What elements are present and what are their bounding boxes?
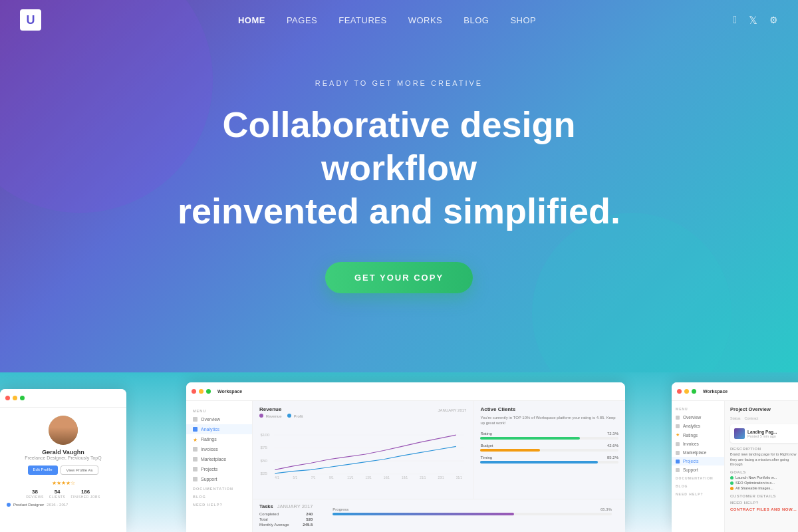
nav-home[interactable]: HOME bbox=[238, 15, 265, 25]
dot-green-3 bbox=[692, 389, 696, 394]
project-thumbnail bbox=[734, 428, 745, 439]
nav-shop[interactable]: SHOP bbox=[510, 15, 536, 25]
metric-timing-label: Timing 85.2% bbox=[480, 456, 618, 460]
svg-text:$100: $100 bbox=[261, 432, 270, 437]
project-sub: Posted 5 min ago bbox=[747, 434, 777, 438]
card2-sidebar: MENU Overview Analytics ★ Ratings Invoic… bbox=[186, 401, 253, 532]
help-label-c2: NEED HELP? bbox=[186, 500, 252, 508]
nav-links: HOME PAGES FEATURES WORKS BLOG SHOP bbox=[238, 14, 536, 26]
logo[interactable]: U bbox=[20, 9, 41, 31]
card3-menu-label: MENU bbox=[672, 405, 724, 413]
workspace-label: Workspace bbox=[217, 389, 242, 394]
svg-text:9/1: 9/1 bbox=[329, 476, 334, 479]
nav-features[interactable]: FEATURES bbox=[338, 15, 386, 25]
sidebar-projects[interactable]: Projects bbox=[186, 464, 252, 474]
c3-support[interactable]: Support bbox=[672, 466, 724, 474]
nav-blog[interactable]: BLOG bbox=[464, 15, 489, 25]
need-help-label: NEED HELP? bbox=[730, 501, 798, 505]
goal-1: Launch New Portfolio w... bbox=[730, 475, 798, 479]
menu-label: MENU bbox=[186, 406, 252, 414]
metric-budget-bar bbox=[480, 449, 618, 452]
c3-overview[interactable]: Overview bbox=[672, 413, 724, 422]
hero-title-line1: Collaborative design workflow bbox=[222, 104, 575, 188]
hero-section: READY TO GET MORE CREATIVE Collaborative… bbox=[0, 0, 798, 372]
metric-rating-bar bbox=[480, 437, 618, 440]
nav-icons:  𝕏 ⚙ bbox=[733, 14, 778, 27]
navbar: U HOME PAGES FEATURES WORKS BLOG SHOP  … bbox=[0, 0, 798, 40]
invoices-icon bbox=[193, 447, 198, 452]
project-item-row: Landing Pag... Posted 5 min ago bbox=[734, 428, 795, 439]
stat-jobs: 186 FINISHED JOBS bbox=[70, 489, 100, 499]
blog-label: BLOG bbox=[186, 492, 252, 500]
logo-letter: U bbox=[27, 13, 35, 27]
revenue-chart: $100 $75 $50 $25 bbox=[259, 421, 466, 487]
card2-main: Revenue JANUARY 2017 Revenue Profit bbox=[253, 401, 625, 532]
project-name: Landing Pag... bbox=[747, 430, 777, 434]
project-info: Landing Pag... Posted 5 min ago bbox=[747, 430, 777, 438]
c3-invoices[interactable]: Invoices bbox=[672, 440, 724, 448]
c3-marketplace-icon bbox=[676, 451, 680, 455]
c3-star-icon: ★ bbox=[676, 432, 680, 438]
profile-role: Product Designer 2016 - 2017 bbox=[7, 503, 120, 507]
nav-pages[interactable]: PAGES bbox=[287, 15, 317, 25]
task-average: Monthly Average 245.5 bbox=[259, 523, 313, 527]
profit-dot bbox=[287, 414, 291, 418]
sidebar-analytics[interactable]: Analytics bbox=[186, 424, 252, 434]
edit-profile-button[interactable]: Edit Profile bbox=[28, 466, 58, 475]
profile-card: Gerald Vaughn Freelance Designer, Previo… bbox=[0, 389, 126, 532]
dot-yellow-3 bbox=[684, 389, 689, 394]
c3-blog-label: BLOG bbox=[672, 482, 724, 490]
customer-label: CUSTOMER DETAILS bbox=[730, 494, 798, 498]
workspace-card: Workspace MENU Overview Analytics ★ Rati… bbox=[672, 382, 798, 532]
sidebar-overview[interactable]: Overview bbox=[186, 414, 252, 424]
sidebar-ratings[interactable]: ★ Ratings bbox=[186, 434, 252, 444]
sidebar-invoices[interactable]: Invoices bbox=[186, 444, 252, 454]
hero-cta-button[interactable]: GET YOUR COPY bbox=[325, 262, 473, 293]
contract-details: CONTRACT FILES AND NOW... bbox=[730, 507, 798, 511]
twitter-icon[interactable]: 𝕏 bbox=[749, 14, 757, 27]
card1-header bbox=[0, 389, 126, 408]
svg-text:7/1: 7/1 bbox=[311, 476, 316, 479]
card2-header: Workspace bbox=[186, 382, 625, 401]
nav-works[interactable]: WORKS bbox=[408, 15, 443, 25]
stat-clients: 54 CLIENTS bbox=[49, 489, 66, 499]
chart-title: Revenue bbox=[259, 406, 281, 412]
metric-budget-fill bbox=[480, 449, 539, 452]
sidebar-marketplace[interactable]: Marketplace bbox=[186, 454, 252, 464]
sidebar-support[interactable]: Support bbox=[186, 474, 252, 484]
project-item: Landing Pag... Posted 5 min ago bbox=[730, 424, 798, 443]
profile-buttons: Edit Profile View Profile As bbox=[28, 466, 99, 475]
c3-ratings[interactable]: ★ Ratings bbox=[672, 430, 724, 440]
analytics-card: Workspace MENU Overview Analytics ★ Rati… bbox=[186, 382, 625, 532]
c3-analytics[interactable]: Analytics bbox=[672, 422, 724, 430]
c3-projects[interactable]: Projects bbox=[672, 457, 724, 466]
metric-budget: Budget 42.6% bbox=[480, 444, 618, 452]
goal-dot-2 bbox=[730, 481, 733, 485]
support-icon bbox=[193, 477, 198, 481]
progress-fill bbox=[332, 513, 514, 515]
c3-invoices-icon bbox=[676, 442, 680, 446]
task-completed: Completed 240 bbox=[259, 512, 313, 516]
facebook-icon[interactable]:  bbox=[733, 14, 737, 26]
goals-label: GOALS bbox=[730, 470, 798, 474]
metric-rating-label: Rating 72.3% bbox=[480, 432, 618, 436]
c3-marketplace[interactable]: Marketplace bbox=[672, 448, 724, 457]
view-profile-button[interactable]: View Profile As bbox=[61, 466, 99, 475]
metric-timing-fill bbox=[480, 461, 597, 464]
svg-text:11/1: 11/1 bbox=[347, 476, 353, 479]
settings-icon[interactable]: ⚙ bbox=[769, 15, 778, 25]
chart-date: JANUARY 2017 bbox=[438, 408, 467, 412]
dot-red-2 bbox=[192, 389, 196, 394]
profile-stats: 38 REVIEWS 54 CLIENTS 186 FINISHED JOBS bbox=[26, 489, 100, 499]
chart-legend: Revenue Profit bbox=[259, 414, 466, 418]
svg-text:5/1: 5/1 bbox=[293, 476, 298, 479]
tasks-area: Tasks JANUARY 2017 Completed 240 Total 5… bbox=[253, 499, 625, 532]
svg-text:18/1: 18/1 bbox=[402, 476, 408, 479]
progress-area: Progress 65.3% bbox=[326, 503, 618, 528]
goal-3: All Shareable Images... bbox=[730, 486, 798, 490]
status-label: Status bbox=[730, 416, 741, 420]
revenue-dot bbox=[259, 414, 263, 418]
svg-text:$75: $75 bbox=[261, 445, 268, 450]
dot-red-3 bbox=[677, 389, 682, 394]
metric-rating-fill bbox=[480, 437, 579, 440]
